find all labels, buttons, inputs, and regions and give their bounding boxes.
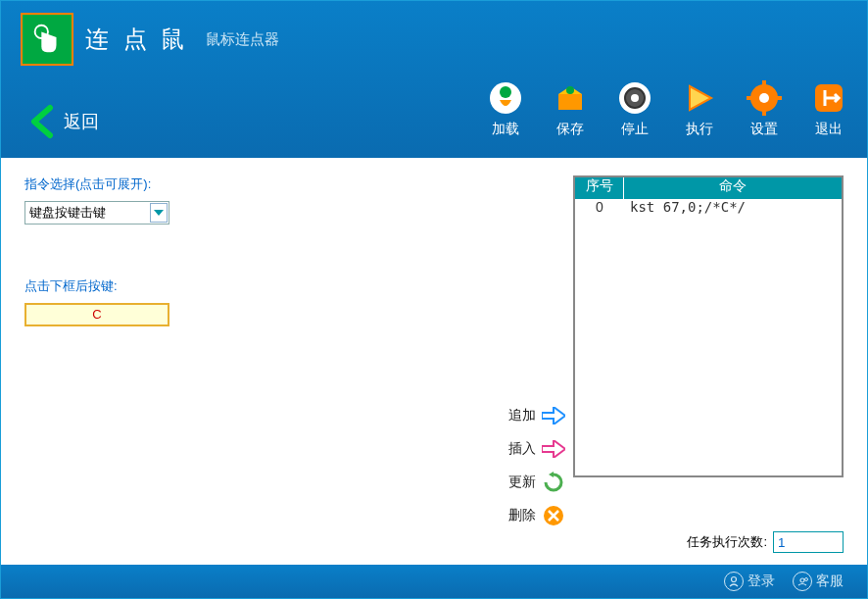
back-button[interactable]: 返回 — [28, 104, 99, 139]
left-panel: 指令选择(点击可展开): 键盘按键击键 点击下框后按键: C — [24, 175, 358, 547]
mid-panel: 追加 插入 更新 删除 — [358, 175, 573, 547]
svg-rect-12 — [774, 96, 782, 100]
header: 连 点 鼠 鼠标连点器 返回 加载 保存 — [1, 1, 867, 158]
svg-point-16 — [800, 578, 804, 582]
app-subtitle: 鼠标连点器 — [206, 30, 279, 49]
save-icon — [552, 79, 589, 117]
load-icon — [487, 79, 524, 117]
header-cmd: 命令 — [624, 177, 842, 199]
exec-row: 任务执行次数: — [687, 531, 844, 553]
grid-row[interactable]: 0 kst 67,0;/*C*/ — [575, 199, 842, 219]
run-label: 执行 — [686, 121, 713, 138]
update-button[interactable]: 更新 — [508, 471, 565, 494]
headset-icon — [793, 572, 812, 591]
stop-button[interactable]: 停止 — [616, 79, 653, 138]
svg-point-15 — [732, 577, 737, 582]
arrow-right-pink-icon — [542, 437, 565, 461]
grid-header: 序号 命令 — [575, 177, 842, 199]
toolbar: 加载 保存 停止 执行 — [487, 79, 847, 138]
insert-label: 插入 — [508, 440, 536, 458]
instruction-label: 指令选择(点击可展开): — [24, 175, 358, 193]
hand-click-icon — [28, 21, 66, 58]
svg-point-2 — [500, 86, 511, 98]
load-label: 加载 — [492, 121, 519, 138]
delete-label: 删除 — [508, 507, 536, 524]
settings-button[interactable]: 设置 — [746, 79, 783, 138]
settings-label: 设置 — [750, 121, 778, 138]
instruction-combo[interactable]: 键盘按键击键 — [24, 201, 169, 225]
exit-button[interactable]: 退出 — [810, 79, 847, 138]
content-area: 指令选择(点击可展开): 键盘按键击键 点击下框后按键: C 追加 — [1, 158, 867, 565]
footer: 登录 客服 — [1, 565, 867, 598]
svg-point-17 — [805, 578, 808, 581]
header-seq: 序号 — [575, 177, 624, 199]
right-panel: 序号 命令 0 kst 67,0;/*C*/ 任务执行次数: — [573, 175, 844, 547]
append-button[interactable]: 追加 — [508, 404, 565, 427]
stop-label: 停止 — [621, 121, 649, 138]
append-label: 追加 — [508, 407, 536, 424]
svg-point-8 — [759, 93, 769, 103]
arrow-right-blue-icon — [542, 404, 565, 427]
login-label: 登录 — [747, 573, 775, 590]
delete-button[interactable]: 删除 — [508, 504, 565, 527]
run-icon — [681, 79, 718, 117]
exit-icon — [810, 79, 847, 117]
key-input[interactable]: C — [24, 303, 169, 326]
update-label: 更新 — [508, 474, 536, 491]
exit-label: 退出 — [815, 121, 843, 138]
svg-rect-10 — [762, 108, 766, 116]
gear-icon — [746, 79, 783, 117]
stop-icon — [616, 79, 653, 117]
app-logo — [21, 13, 73, 66]
cell-seq: 0 — [575, 199, 624, 219]
load-button[interactable]: 加载 — [487, 79, 524, 138]
svg-rect-9 — [762, 80, 766, 88]
service-label: 客服 — [816, 573, 844, 590]
app-title: 连 点 鼠 — [85, 24, 188, 55]
svg-rect-11 — [747, 96, 754, 100]
back-label: 返回 — [64, 110, 99, 133]
cell-cmd: kst 67,0;/*C*/ — [624, 199, 842, 219]
logo-row: 连 点 鼠 鼠标连点器 — [1, 1, 867, 66]
save-button[interactable]: 保存 — [552, 79, 589, 138]
key-label: 点击下框后按键: — [24, 277, 358, 295]
login-button[interactable]: 登录 — [724, 572, 775, 591]
save-label: 保存 — [556, 121, 584, 138]
exec-count-input[interactable] — [773, 531, 844, 553]
back-arrow-icon — [28, 104, 56, 139]
action-list: 追加 插入 更新 删除 — [508, 404, 565, 527]
exec-label: 任务执行次数: — [687, 533, 767, 551]
run-button[interactable]: 执行 — [681, 79, 718, 138]
refresh-icon — [542, 471, 565, 494]
chevron-down-icon — [150, 203, 168, 223]
combo-value: 键盘按键击键 — [29, 204, 106, 222]
insert-button[interactable]: 插入 — [508, 437, 565, 461]
svg-point-6 — [631, 94, 639, 102]
command-grid[interactable]: 序号 命令 0 kst 67,0;/*C*/ — [573, 175, 844, 477]
app-window: v – x 连 点 鼠 鼠标连点器 返回 — [0, 0, 868, 599]
svg-point-3 — [566, 86, 574, 94]
user-icon — [724, 572, 744, 591]
delete-x-icon — [542, 504, 565, 527]
service-button[interactable]: 客服 — [793, 572, 844, 591]
